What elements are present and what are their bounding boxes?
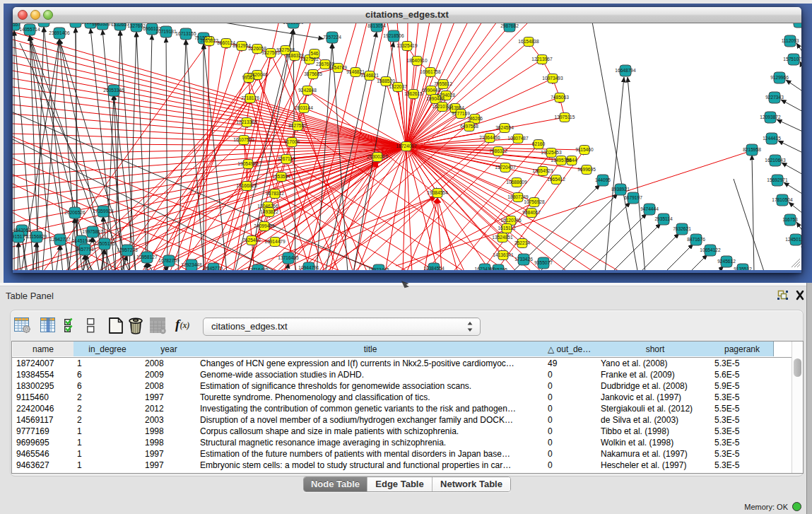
svg-text:9327502: 9327502 [300, 57, 319, 62]
svg-text:10025453: 10025453 [541, 150, 562, 155]
svg-text:9245705: 9245705 [489, 267, 507, 270]
svg-text:10654122: 10654122 [700, 247, 721, 252]
svg-text:7955812: 7955812 [434, 81, 452, 86]
svg-text:9245612: 9245612 [717, 259, 736, 264]
svg-text:19975867: 19975867 [82, 229, 103, 234]
svg-text:1244415: 1244415 [763, 136, 781, 141]
svg-text:18807249: 18807249 [507, 194, 529, 199]
svg-text:6679197: 6679197 [624, 195, 642, 200]
svg-text:9777169: 9777169 [452, 111, 470, 116]
svg-text:10958127: 10958127 [136, 255, 158, 259]
svg-text:12505135: 12505135 [94, 241, 115, 246]
svg-text:19384554: 19384554 [427, 190, 448, 195]
svg-text:19218506: 19218506 [383, 33, 404, 38]
svg-text:8813054: 8813054 [367, 23, 386, 28]
svg-text:3267110: 3267110 [277, 156, 295, 161]
svg-text:9474444: 9474444 [640, 206, 659, 211]
svg-text:16914479: 16914479 [264, 239, 286, 244]
svg-text:10384554: 10384554 [423, 266, 445, 270]
svg-text:12093872: 12093872 [760, 115, 781, 119]
svg-text:8938921: 8938921 [611, 187, 630, 192]
svg-text:16648794: 16648794 [615, 68, 636, 73]
svg-text:18640910: 18640910 [406, 58, 428, 63]
svg-text:6794028: 6794028 [437, 93, 455, 98]
svg-text:9242848: 9242848 [298, 88, 317, 93]
svg-text:6990448: 6990448 [422, 88, 440, 93]
svg-text:746266: 746266 [467, 116, 483, 121]
svg-text:(x): (x) [180, 320, 190, 330]
svg-text:18923445: 18923445 [368, 267, 389, 270]
svg-text:8471676: 8471676 [687, 237, 705, 242]
svg-text:2413954: 2413954 [446, 105, 464, 110]
svg-text:9146821: 9146821 [360, 73, 379, 78]
svg-text:1353594: 1353594 [272, 174, 290, 179]
svg-text:14055714: 14055714 [19, 27, 40, 32]
svg-text:16713155: 16713155 [175, 31, 196, 36]
svg-text:1362615: 1362615 [404, 91, 423, 96]
svg-text:17810504: 17810504 [772, 197, 793, 202]
svg-text:2718176: 2718176 [241, 95, 259, 100]
svg-text:18724007: 18724007 [396, 144, 417, 148]
svg-text:16961758: 16961758 [420, 69, 441, 74]
svg-text:8427552: 8427552 [288, 123, 307, 128]
svg-text:7632621: 7632621 [673, 226, 691, 231]
svg-text:7485063: 7485063 [551, 95, 569, 100]
svg-text:12923448: 12923448 [181, 262, 202, 267]
svg-text:12213369: 12213369 [236, 119, 257, 124]
svg-text:1021850: 1021850 [790, 23, 801, 24]
svg-text:10944791: 10944791 [298, 265, 319, 270]
svg-text:252214: 252214 [514, 240, 530, 245]
svg-text:10653267: 10653267 [92, 23, 113, 26]
svg-text:10719181: 10719181 [155, 29, 177, 34]
svg-text:62160: 62160 [532, 141, 546, 146]
svg-text:1493822: 1493822 [260, 209, 278, 214]
svg-text:1322037: 1322037 [389, 84, 407, 89]
svg-text:9457791: 9457791 [76, 247, 94, 252]
svg-text:4643061: 4643061 [13, 228, 31, 233]
svg-text:9227343: 9227343 [765, 95, 784, 100]
svg-text:546: 546 [310, 51, 318, 56]
svg-text:417004: 417004 [284, 139, 300, 144]
svg-text:2987682: 2987682 [500, 23, 519, 28]
svg-text:8215958: 8215958 [743, 147, 761, 152]
svg-text:10756928: 10756928 [524, 199, 545, 204]
svg-text:1112093: 1112093 [782, 38, 799, 43]
svg-text:7663822: 7663822 [200, 38, 218, 43]
svg-text:16107553: 16107553 [233, 137, 254, 142]
svg-text:7357224: 7357224 [323, 35, 341, 40]
svg-text:2803144: 2803144 [295, 105, 313, 110]
svg-text:9845779: 9845779 [204, 266, 223, 270]
svg-text:9699695: 9699695 [577, 167, 596, 172]
svg-text:8678312: 8678312 [266, 191, 284, 196]
svg-text:9327508: 9327508 [276, 47, 295, 52]
svg-text:2935114: 2935114 [654, 216, 673, 221]
svg-text:13716485: 13716485 [247, 267, 269, 270]
svg-text:19054985: 19054985 [237, 161, 259, 166]
svg-text:25300203: 25300203 [367, 154, 388, 159]
svg-text:15720407: 15720407 [495, 165, 516, 170]
svg-text:16033809: 16033809 [283, 23, 304, 25]
svg-text:23691406: 23691406 [49, 30, 70, 35]
svg-text:21364436: 21364436 [479, 135, 500, 140]
svg-text:6497568: 6497568 [460, 124, 478, 129]
svg-text:144095: 144095 [595, 177, 611, 182]
svg-text:9135512: 9135512 [734, 267, 752, 270]
svg-text:26053346: 26053346 [103, 88, 124, 93]
svg-text:15751074: 15751074 [783, 57, 801, 62]
svg-text:9129966: 9129966 [770, 75, 789, 80]
svg-text:10688609: 10688609 [506, 180, 527, 185]
svg-text:15692971: 15692971 [767, 177, 788, 182]
svg-text:13654923: 13654923 [532, 168, 553, 173]
svg-text:16120746: 16120746 [500, 218, 522, 223]
svg-text:1615112: 1615112 [498, 226, 516, 230]
svg-text:16154838: 16154838 [518, 39, 539, 44]
svg-text:11156829: 11156829 [27, 234, 47, 239]
svg-text:3875685: 3875685 [304, 71, 322, 76]
svg-text:10973493: 10973493 [542, 76, 563, 81]
svg-text:1145194: 1145194 [72, 238, 90, 243]
svg-text:3915171: 3915171 [13, 234, 28, 239]
svg-text:24099485: 24099485 [254, 223, 275, 228]
svg-text:13524851: 13524851 [492, 235, 513, 240]
svg-text:99361: 99361 [242, 75, 256, 80]
svg-text:17046766: 17046766 [257, 204, 278, 209]
